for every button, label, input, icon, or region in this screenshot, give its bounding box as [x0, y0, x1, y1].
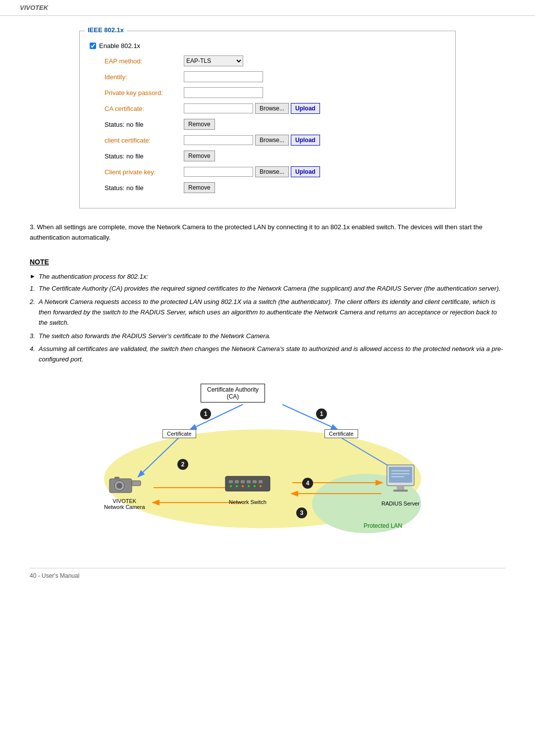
ca-cert-browse-button[interactable]: Browse...	[255, 103, 289, 114]
ieee-panel-title: IEEE 802.1x	[85, 26, 127, 34]
enable-label[interactable]: Enable 802.1x	[99, 42, 140, 50]
header-bar: VIVOTEK	[0, 0, 535, 16]
client-cert-remove-button[interactable]: Remove	[184, 151, 215, 161]
diagram: Protected LAN	[74, 380, 461, 548]
client-cert-browse-button[interactable]: Browse...	[255, 135, 289, 146]
ca-remove-button[interactable]: Remove	[184, 119, 215, 130]
svg-rect-12	[114, 477, 119, 479]
svg-line-1	[282, 404, 337, 429]
ca-cert-upload-button[interactable]: Upload	[291, 103, 320, 114]
note-num-1: 1.	[30, 284, 39, 294]
step3-number: 3.	[30, 223, 37, 231]
client-cert-upload-button[interactable]: Upload	[291, 135, 320, 146]
client-private-key-label: Client private key:	[105, 168, 184, 176]
ca-cert-row: CA certificate: Browse... Upload	[105, 103, 445, 114]
svg-rect-18	[253, 480, 257, 483]
private-key-status-row: Status: no file Remove	[105, 182, 445, 193]
ieee-802-1x-panel: IEEE 802.1x Enable 802.1x EAP method: EA…	[79, 31, 456, 208]
note-bullet-item: ► The authentication process for 802.1x:	[30, 272, 505, 282]
identity-input[interactable]	[184, 71, 263, 82]
camera-label-line2: Network Camera	[104, 504, 145, 510]
switch-icon	[223, 471, 272, 497]
svg-point-23	[248, 485, 250, 487]
note-item-2: 2. A Network Camera requests access to t…	[30, 297, 505, 328]
svg-line-0	[191, 404, 243, 429]
cert-left-label: Certificate	[167, 431, 192, 437]
svg-rect-14	[229, 480, 233, 483]
svg-point-22	[242, 485, 244, 487]
svg-rect-29	[393, 490, 408, 492]
svg-rect-27	[389, 467, 412, 483]
svg-point-20	[230, 485, 232, 487]
client-cert-status-label: Status: no file	[105, 152, 184, 160]
ca-cert-file-input[interactable]	[184, 103, 253, 113]
svg-rect-13	[225, 476, 270, 491]
private-key-row: Private key passord:	[105, 87, 445, 98]
identity-row: Identity:	[105, 71, 445, 82]
ca-cert-label: CA certificate:	[105, 105, 184, 112]
note-list: ► The authentication process for 802.1x:…	[30, 272, 505, 365]
ca-label-line2: (CA)	[207, 393, 259, 400]
client-private-key-file-input[interactable]	[184, 167, 253, 177]
note-item-1: 1. The Certificate Authority (CA) provid…	[30, 284, 505, 294]
svg-rect-11	[132, 481, 141, 486]
radius-server-label: RADIUS Server	[381, 501, 420, 506]
svg-point-10	[116, 483, 122, 489]
note-text-4: Assuming all certificates are validated,…	[39, 344, 505, 365]
camera-label-line1: VIVOTEK	[104, 498, 145, 504]
svg-point-25	[260, 485, 262, 487]
camera-label: VIVOTEK Network Camera	[104, 498, 145, 510]
note-text-3: The switch also forwards the RADIUS Serv…	[39, 331, 505, 342]
client-private-key-upload-button[interactable]: Upload	[291, 166, 320, 177]
client-private-key-file-row: Browse... Upload	[184, 166, 320, 177]
svg-rect-17	[247, 480, 251, 483]
client-cert-status-row: Status: no file Remove	[105, 151, 445, 161]
step3-text: When all settings are complete, move the…	[30, 223, 482, 241]
main-content: IEEE 802.1x Enable 802.1x EAP method: EA…	[0, 26, 535, 599]
brand-logo: VIVOTEK	[20, 4, 48, 11]
private-key-remove-button[interactable]: Remove	[184, 182, 215, 193]
private-key-input[interactable]	[184, 87, 263, 98]
bullet-arrow: ►	[30, 272, 36, 282]
note-section: NOTE ► The authentication process for 80…	[30, 258, 505, 365]
identity-label: Identity:	[105, 73, 184, 81]
eap-method-select[interactable]: EAP-TLS	[184, 55, 243, 66]
enable-row: Enable 802.1x	[90, 42, 445, 50]
note-text-2: A Network Camera requests access to the …	[39, 297, 505, 328]
badge-3: 3	[296, 507, 307, 518]
ca-label-line1: Certificate Authority	[207, 386, 259, 393]
client-private-key-row: Client private key: Browse... Upload	[105, 166, 445, 177]
note-num-3: 3.	[30, 331, 39, 342]
badge-4: 4	[302, 478, 313, 489]
diagram-container: Protected LAN	[30, 380, 505, 548]
step3-paragraph: 3. When all settings are complete, move …	[30, 222, 505, 243]
camera-icon	[107, 474, 142, 496]
cert-right-label: Certificate	[329, 431, 354, 437]
switch-entity: Network Switch	[223, 471, 272, 505]
eap-method-row: EAP method: EAP-TLS	[105, 55, 445, 66]
note-num-4: 4.	[30, 344, 39, 365]
switch-label: Network Switch	[229, 499, 267, 505]
badge-1-right: 1	[316, 408, 327, 419]
server-icon	[384, 464, 417, 499]
client-private-key-browse-button[interactable]: Browse...	[255, 166, 289, 177]
svg-point-21	[236, 485, 238, 487]
badge-2: 2	[177, 459, 188, 470]
protected-lan-text: Protected LAN	[364, 522, 402, 529]
client-cert-file-row: Browse... Upload	[184, 135, 320, 146]
client-cert-file-input[interactable]	[184, 135, 253, 145]
enable-802-1x-checkbox[interactable]	[90, 43, 96, 49]
footer-text: 40 - User's Manual	[30, 572, 79, 579]
footer: 40 - User's Manual	[30, 568, 505, 579]
note-item-4: 4. Assuming all certificates are validat…	[30, 344, 505, 365]
camera-entity: VIVOTEK Network Camera	[104, 474, 145, 510]
note-num-2: 2.	[30, 297, 39, 328]
client-cert-label: client certificate:	[105, 137, 184, 144]
note-title: NOTE	[30, 258, 505, 266]
badge-1-left: 1	[200, 408, 211, 419]
note-text-1: The Certificate Authority (CA) provides …	[39, 284, 505, 294]
private-key-status-label: Status: no file	[105, 184, 184, 192]
ca-status-label: Status: no file	[105, 121, 184, 128]
svg-rect-19	[259, 480, 263, 483]
ca-box: Certificate Authority (CA)	[201, 384, 265, 403]
